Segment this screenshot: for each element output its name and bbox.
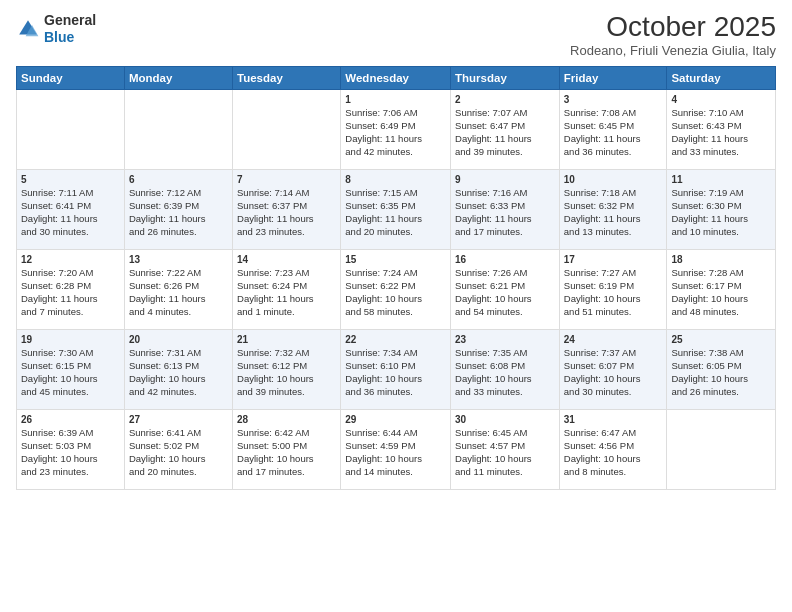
day-info: Sunrise: 7:28 AM	[671, 267, 771, 280]
day-info: Daylight: 10 hours	[671, 293, 771, 306]
calendar-cell: 28Sunrise: 6:42 AMSunset: 5:00 PMDayligh…	[233, 409, 341, 489]
day-header-thursday: Thursday	[451, 66, 560, 89]
day-info: and 17 minutes.	[237, 466, 336, 479]
day-info: Sunset: 6:12 PM	[237, 360, 336, 373]
day-info: Sunset: 6:26 PM	[129, 280, 228, 293]
week-row-3: 12Sunrise: 7:20 AMSunset: 6:28 PMDayligh…	[17, 249, 776, 329]
day-info: Sunrise: 7:15 AM	[345, 187, 446, 200]
day-number: 15	[345, 253, 446, 267]
day-info: Sunrise: 7:07 AM	[455, 107, 555, 120]
day-info: Sunset: 4:57 PM	[455, 440, 555, 453]
calendar-cell: 7Sunrise: 7:14 AMSunset: 6:37 PMDaylight…	[233, 169, 341, 249]
day-info: Daylight: 10 hours	[345, 453, 446, 466]
day-info: and 14 minutes.	[345, 466, 446, 479]
day-info: and 23 minutes.	[237, 226, 336, 239]
day-info: Daylight: 11 hours	[129, 213, 228, 226]
day-info: Daylight: 10 hours	[564, 293, 663, 306]
day-info: Daylight: 11 hours	[345, 213, 446, 226]
day-info: and 23 minutes.	[21, 466, 120, 479]
day-number: 26	[21, 413, 120, 427]
day-number: 7	[237, 173, 336, 187]
day-header-saturday: Saturday	[667, 66, 776, 89]
day-info: and 26 minutes.	[671, 386, 771, 399]
day-number: 13	[129, 253, 228, 267]
day-info: and 30 minutes.	[21, 226, 120, 239]
day-info: Daylight: 11 hours	[237, 213, 336, 226]
day-info: Daylight: 10 hours	[129, 373, 228, 386]
day-number: 24	[564, 333, 663, 347]
day-info: Sunrise: 7:08 AM	[564, 107, 663, 120]
day-info: Sunrise: 7:38 AM	[671, 347, 771, 360]
calendar-cell: 8Sunrise: 7:15 AMSunset: 6:35 PMDaylight…	[341, 169, 451, 249]
day-info: and 33 minutes.	[671, 146, 771, 159]
day-number: 5	[21, 173, 120, 187]
day-number: 8	[345, 173, 446, 187]
day-info: Sunrise: 7:18 AM	[564, 187, 663, 200]
day-info: Sunset: 4:59 PM	[345, 440, 446, 453]
day-info: Sunrise: 6:47 AM	[564, 427, 663, 440]
day-info: and 51 minutes.	[564, 306, 663, 319]
day-info: and 39 minutes.	[237, 386, 336, 399]
day-number: 30	[455, 413, 555, 427]
calendar-header-row: SundayMondayTuesdayWednesdayThursdayFrid…	[17, 66, 776, 89]
day-header-wednesday: Wednesday	[341, 66, 451, 89]
day-info: Sunset: 6:32 PM	[564, 200, 663, 213]
day-info: Sunrise: 7:23 AM	[237, 267, 336, 280]
day-info: Daylight: 11 hours	[455, 213, 555, 226]
day-info: Daylight: 11 hours	[237, 293, 336, 306]
calendar-cell: 16Sunrise: 7:26 AMSunset: 6:21 PMDayligh…	[451, 249, 560, 329]
day-info: and 45 minutes.	[21, 386, 120, 399]
calendar-cell: 1Sunrise: 7:06 AMSunset: 6:49 PMDaylight…	[341, 89, 451, 169]
day-number: 20	[129, 333, 228, 347]
day-info: Daylight: 11 hours	[345, 133, 446, 146]
day-info: Daylight: 10 hours	[564, 373, 663, 386]
title-block: October 2025 Rodeano, Friuli Venezia Giu…	[570, 12, 776, 58]
day-info: Sunrise: 7:20 AM	[21, 267, 120, 280]
day-number: 19	[21, 333, 120, 347]
calendar-cell	[17, 89, 125, 169]
day-number: 31	[564, 413, 663, 427]
day-info: Sunset: 6:41 PM	[21, 200, 120, 213]
day-number: 17	[564, 253, 663, 267]
week-row-4: 19Sunrise: 7:30 AMSunset: 6:15 PMDayligh…	[17, 329, 776, 409]
day-number: 4	[671, 93, 771, 107]
calendar-cell: 11Sunrise: 7:19 AMSunset: 6:30 PMDayligh…	[667, 169, 776, 249]
day-info: Daylight: 11 hours	[564, 213, 663, 226]
day-info: Sunrise: 7:37 AM	[564, 347, 663, 360]
day-number: 21	[237, 333, 336, 347]
day-info: Sunset: 6:24 PM	[237, 280, 336, 293]
week-row-2: 5Sunrise: 7:11 AMSunset: 6:41 PMDaylight…	[17, 169, 776, 249]
location: Rodeano, Friuli Venezia Giulia, Italy	[570, 43, 776, 58]
day-number: 9	[455, 173, 555, 187]
calendar-cell: 29Sunrise: 6:44 AMSunset: 4:59 PMDayligh…	[341, 409, 451, 489]
day-info: Sunset: 6:07 PM	[564, 360, 663, 373]
calendar-cell: 21Sunrise: 7:32 AMSunset: 6:12 PMDayligh…	[233, 329, 341, 409]
day-info: and 36 minutes.	[345, 386, 446, 399]
calendar-cell: 6Sunrise: 7:12 AMSunset: 6:39 PMDaylight…	[124, 169, 232, 249]
day-info: Sunrise: 7:10 AM	[671, 107, 771, 120]
day-info: Sunrise: 7:11 AM	[21, 187, 120, 200]
day-number: 11	[671, 173, 771, 187]
day-info: Sunset: 5:00 PM	[237, 440, 336, 453]
day-info: Sunrise: 7:30 AM	[21, 347, 120, 360]
calendar-cell: 14Sunrise: 7:23 AMSunset: 6:24 PMDayligh…	[233, 249, 341, 329]
day-info: and 13 minutes.	[564, 226, 663, 239]
day-info: Daylight: 10 hours	[237, 453, 336, 466]
calendar-cell: 19Sunrise: 7:30 AMSunset: 6:15 PMDayligh…	[17, 329, 125, 409]
day-number: 3	[564, 93, 663, 107]
day-info: Sunset: 6:28 PM	[21, 280, 120, 293]
day-info: Sunset: 6:15 PM	[21, 360, 120, 373]
calendar-cell: 25Sunrise: 7:38 AMSunset: 6:05 PMDayligh…	[667, 329, 776, 409]
calendar-cell: 24Sunrise: 7:37 AMSunset: 6:07 PMDayligh…	[559, 329, 667, 409]
day-info: Sunrise: 7:19 AM	[671, 187, 771, 200]
day-info: Sunset: 6:05 PM	[671, 360, 771, 373]
day-header-monday: Monday	[124, 66, 232, 89]
day-info: Daylight: 11 hours	[671, 213, 771, 226]
day-number: 6	[129, 173, 228, 187]
calendar-cell: 27Sunrise: 6:41 AMSunset: 5:02 PMDayligh…	[124, 409, 232, 489]
day-info: and 26 minutes.	[129, 226, 228, 239]
day-info: and 17 minutes.	[455, 226, 555, 239]
calendar-cell: 3Sunrise: 7:08 AMSunset: 6:45 PMDaylight…	[559, 89, 667, 169]
day-number: 14	[237, 253, 336, 267]
day-info: Sunrise: 7:31 AM	[129, 347, 228, 360]
